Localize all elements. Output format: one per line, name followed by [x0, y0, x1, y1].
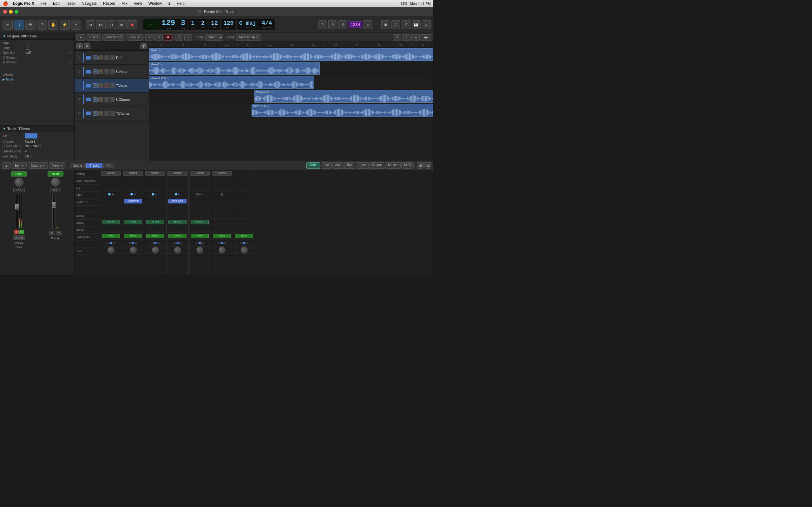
automation-btn[interactable]: Read — [146, 234, 164, 238]
track-icon-display[interactable] — [25, 133, 38, 138]
output-cell[interactable] — [211, 219, 233, 226]
signature-display[interactable]: 4/4 — [262, 20, 272, 26]
automation-cell[interactable]: Read — [211, 233, 233, 240]
mute-btn[interactable]: M — [93, 69, 98, 74]
automation-btn[interactable]: Read — [102, 234, 120, 238]
goto-start-button[interactable]: ⏮ — [107, 20, 116, 29]
mixer-options-dropdown[interactable]: Options▼ — [28, 162, 48, 169]
setting-btn[interactable]: Setting — [145, 171, 165, 176]
mixer-nav-up[interactable]: ▲ — [2, 162, 11, 169]
input-dot[interactable] — [131, 193, 133, 195]
solo-btn[interactable]: S — [98, 97, 103, 102]
bus-type-tab[interactable]: Bus — [344, 162, 355, 169]
solo-btn[interactable]: S — [339, 20, 347, 29]
navigate-up-btn[interactable]: ▲ — [77, 34, 85, 41]
track-lane[interactable]: CVox Dub ∞ — [149, 103, 433, 117]
setting-btn[interactable]: Setting — [212, 171, 232, 176]
track-lane[interactable]: Chorus Vox ∞ — [149, 89, 433, 103]
audio-region[interactable]: Verse 1 dub ∞ — [149, 76, 314, 89]
automation-cell[interactable]: Read — [189, 233, 211, 240]
input-cell[interactable]: In — [122, 191, 144, 198]
quantize-value[interactable]: off — [27, 51, 31, 55]
output-btn[interactable]: St Out — [102, 220, 120, 224]
output-cell[interactable]: St Out — [144, 219, 166, 226]
input-monitor-btn[interactable]: I — [110, 55, 115, 60]
output-cell[interactable]: Bus 2 — [166, 219, 189, 226]
audio-region[interactable]: Music ∞ — [149, 48, 433, 61]
more-btn[interactable]: » — [363, 20, 372, 29]
cs-read-btn[interactable]: Read — [11, 171, 27, 176]
view-dropdown[interactable]: View▼ — [126, 34, 142, 41]
output-btn[interactable]: Bus 2 — [168, 220, 187, 224]
solo-btn[interactable]: S — [98, 55, 103, 60]
fast-forward-button[interactable]: ⏭ — [96, 20, 106, 29]
zoom-btn[interactable]: ⇔ — [411, 34, 420, 41]
menu-view[interactable]: View — [133, 1, 143, 6]
loop-btn[interactable]: ↺ — [402, 20, 410, 29]
menu-1[interactable]: 1 — [167, 1, 172, 6]
automation-cell[interactable]: Read — [100, 233, 122, 240]
div-display[interactable]: 2 — [201, 20, 205, 26]
audio-region[interactable]: CVox Dub ∞ — [252, 104, 433, 117]
input-dot[interactable] — [175, 193, 177, 195]
mute-checkbox[interactable] — [26, 42, 29, 45]
pan-knob[interactable] — [174, 246, 181, 253]
solo-btn[interactable]: S — [98, 111, 103, 116]
maximize-button[interactable] — [14, 10, 18, 14]
bpm-value-display[interactable]: 120 — [223, 20, 234, 26]
loop-region-btn[interactable]: ↺ — [154, 34, 163, 41]
track-row[interactable]: 5 M S R I TChorus ○ — [74, 107, 149, 120]
cursor-tool[interactable]: ↖ — [175, 34, 183, 41]
menu-edit[interactable]: Edit — [52, 1, 61, 6]
grid-layout-btn[interactable]: ▦ — [417, 162, 424, 169]
setting-btn[interactable]: Setting — [167, 171, 188, 176]
menu-track[interactable]: Track — [65, 1, 77, 6]
piano-btn[interactable]: 🎹 — [412, 20, 420, 29]
fullscreen-btn[interactable]: ⤢ — [145, 34, 154, 41]
automation-cell[interactable]: Read — [122, 233, 144, 240]
input-cell[interactable]: B 1 — [144, 191, 166, 198]
input-cell[interactable]: In — [166, 191, 189, 198]
master-type-tab[interactable]: Master — [385, 162, 401, 169]
pan-knob[interactable] — [107, 246, 114, 253]
fx-btn[interactable]: Melodyne — [168, 199, 187, 204]
height-btn[interactable]: ⇳ — [402, 34, 410, 41]
tick-display[interactable]: 12 — [211, 20, 218, 26]
all-tab[interactable]: All — [103, 163, 113, 168]
menu-record[interactable]: Record — [102, 1, 117, 6]
fader-track[interactable] — [52, 193, 55, 228]
output-btn[interactable]: St Out — [191, 220, 209, 224]
menu-navigate[interactable]: Navigate — [80, 1, 98, 6]
collapse-btn[interactable]: ⇕ — [393, 34, 401, 41]
solo-btn[interactable]: S — [98, 69, 103, 74]
s-btn[interactable]: S — [56, 231, 61, 235]
gesture-icon-btn[interactable]: ✋ — [48, 20, 58, 30]
input-cell[interactable] — [233, 191, 255, 198]
output-cell[interactable] — [233, 219, 255, 226]
pan-knob[interactable] — [241, 246, 248, 253]
add-track-btn[interactable]: + — [77, 43, 83, 49]
mixer-view-dropdown[interactable]: View▼ — [49, 162, 65, 169]
play-button[interactable]: ▶ — [117, 20, 126, 29]
loop-checkbox[interactable] — [26, 47, 29, 50]
automation-btn[interactable]: Read — [213, 234, 231, 238]
input-monitor-btn[interactable]: I — [110, 97, 115, 102]
record-arm-btn[interactable]: R — [104, 55, 109, 60]
input-cell[interactable]: In — [100, 191, 122, 198]
bar-display[interactable]: 1 — [191, 20, 194, 26]
rewind-button[interactable]: ⏮ — [86, 20, 95, 29]
beat-display[interactable]: 3 — [181, 19, 185, 27]
input-dot[interactable] — [108, 193, 111, 195]
pan-thumb[interactable] — [154, 242, 156, 244]
pan-knob[interactable] — [196, 246, 203, 253]
scissors-icon-btn[interactable]: ✂ — [71, 20, 81, 30]
more-label[interactable]: ▶ More — [3, 78, 13, 81]
r-badge[interactable]: R — [19, 230, 24, 234]
track-lane[interactable]: Verse 1 dub ∞ — [149, 75, 433, 89]
eq-icon-btn[interactable]: ⚡ — [60, 20, 70, 30]
count-display[interactable]: 1234 — [349, 21, 362, 28]
fader-track[interactable] — [16, 193, 18, 228]
mixer-edit-dropdown[interactable]: Edit▼ — [12, 162, 27, 169]
collapse-tracks-btn[interactable]: ▼ — [141, 43, 147, 49]
output-type-tab[interactable]: Output — [369, 162, 385, 169]
